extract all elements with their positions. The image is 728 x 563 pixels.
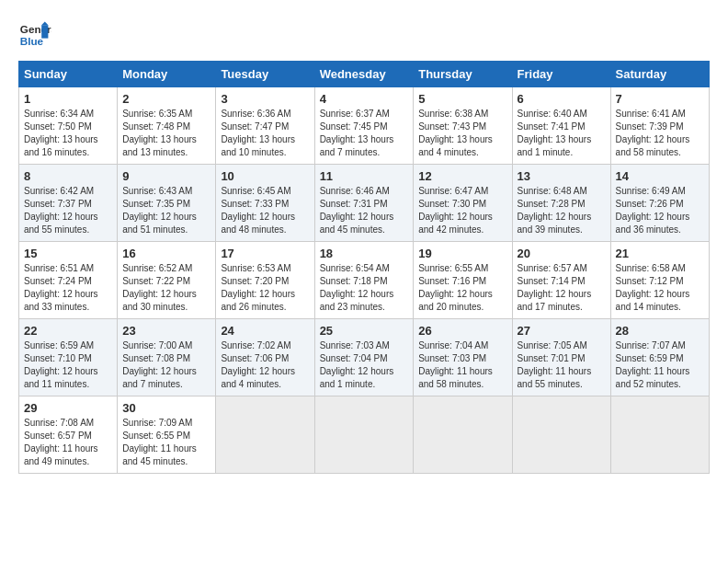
- day-info: Sunrise: 7:02 AM Sunset: 7:06 PM Dayligh…: [221, 339, 309, 391]
- day-info: Sunrise: 6:42 AM Sunset: 7:37 PM Dayligh…: [24, 185, 112, 236]
- day-number: 12: [418, 169, 506, 183]
- day-info: Sunrise: 7:09 AM Sunset: 6:55 PM Dayligh…: [122, 417, 210, 468]
- day-cell: [216, 396, 314, 474]
- day-number: 18: [320, 247, 409, 260]
- day-cell: 28Sunrise: 7:07 AM Sunset: 6:59 PM Dayli…: [610, 319, 709, 396]
- day-info: Sunrise: 6:35 AM Sunset: 7:48 PM Dayligh…: [122, 108, 210, 159]
- day-number: 7: [616, 92, 704, 106]
- day-cell: 29Sunrise: 7:08 AM Sunset: 6:57 PM Dayli…: [19, 396, 118, 474]
- day-number: 15: [24, 247, 112, 260]
- day-cell: 10Sunrise: 6:45 AM Sunset: 7:33 PM Dayli…: [216, 165, 314, 242]
- day-cell: [314, 396, 414, 474]
- day-cell: 12Sunrise: 6:47 AM Sunset: 7:30 PM Dayli…: [414, 165, 512, 242]
- week-row-5: 29Sunrise: 7:08 AM Sunset: 6:57 PM Dayli…: [19, 396, 710, 474]
- day-number: 8: [24, 169, 112, 183]
- day-number: 14: [616, 169, 704, 183]
- day-info: Sunrise: 6:40 AM Sunset: 7:41 PM Dayligh…: [518, 108, 606, 159]
- day-number: 21: [616, 247, 704, 260]
- day-number: 1: [24, 92, 112, 106]
- day-cell: 5Sunrise: 6:38 AM Sunset: 7:43 PM Daylig…: [414, 87, 512, 165]
- day-number: 17: [221, 247, 309, 260]
- day-number: 10: [221, 169, 309, 183]
- day-number: 22: [24, 324, 112, 338]
- header: General Blue: [18, 18, 710, 52]
- logo: General Blue: [18, 18, 55, 52]
- week-row-2: 8Sunrise: 6:42 AM Sunset: 7:37 PM Daylig…: [19, 165, 710, 242]
- day-number: 6: [518, 92, 606, 106]
- day-info: Sunrise: 6:58 AM Sunset: 7:12 PM Dayligh…: [616, 262, 704, 314]
- day-cell: 17Sunrise: 6:53 AM Sunset: 7:20 PM Dayli…: [216, 242, 314, 319]
- day-cell: 11Sunrise: 6:46 AM Sunset: 7:31 PM Dayli…: [314, 165, 414, 242]
- day-cell: 23Sunrise: 7:00 AM Sunset: 7:08 PM Dayli…: [118, 319, 216, 396]
- col-header-saturday: Saturday: [610, 62, 709, 87]
- day-number: 11: [320, 169, 409, 183]
- calendar-table: SundayMondayTuesdayWednesdayThursdayFrid…: [18, 61, 710, 474]
- day-cell: 14Sunrise: 6:49 AM Sunset: 7:26 PM Dayli…: [610, 165, 709, 242]
- day-cell: 9Sunrise: 6:43 AM Sunset: 7:35 PM Daylig…: [118, 165, 216, 242]
- day-info: Sunrise: 6:34 AM Sunset: 7:50 PM Dayligh…: [24, 108, 112, 159]
- day-cell: 18Sunrise: 6:54 AM Sunset: 7:18 PM Dayli…: [314, 242, 414, 319]
- day-number: 13: [518, 169, 606, 183]
- day-cell: 20Sunrise: 6:57 AM Sunset: 7:14 PM Dayli…: [512, 242, 610, 319]
- day-number: 19: [418, 247, 506, 260]
- day-info: Sunrise: 6:57 AM Sunset: 7:14 PM Dayligh…: [518, 262, 606, 314]
- day-cell: 16Sunrise: 6:52 AM Sunset: 7:22 PM Dayli…: [118, 242, 216, 319]
- day-number: 20: [518, 247, 606, 260]
- col-header-wednesday: Wednesday: [314, 62, 414, 87]
- day-cell: 25Sunrise: 7:03 AM Sunset: 7:04 PM Dayli…: [314, 319, 414, 396]
- day-cell: 3Sunrise: 6:36 AM Sunset: 7:47 PM Daylig…: [216, 87, 314, 165]
- day-cell: 8Sunrise: 6:42 AM Sunset: 7:37 PM Daylig…: [19, 165, 118, 242]
- day-number: 23: [122, 324, 210, 338]
- day-info: Sunrise: 6:45 AM Sunset: 7:33 PM Dayligh…: [221, 185, 309, 236]
- col-header-sunday: Sunday: [19, 62, 118, 87]
- day-info: Sunrise: 7:08 AM Sunset: 6:57 PM Dayligh…: [24, 417, 112, 468]
- day-cell: 21Sunrise: 6:58 AM Sunset: 7:12 PM Dayli…: [610, 242, 709, 319]
- day-info: Sunrise: 6:52 AM Sunset: 7:22 PM Dayligh…: [122, 262, 210, 314]
- col-header-tuesday: Tuesday: [216, 62, 314, 87]
- day-cell: [414, 396, 512, 474]
- day-number: 2: [122, 92, 210, 106]
- col-header-friday: Friday: [512, 62, 610, 87]
- day-number: 25: [320, 324, 409, 338]
- day-cell: 13Sunrise: 6:48 AM Sunset: 7:28 PM Dayli…: [512, 165, 610, 242]
- day-info: Sunrise: 6:38 AM Sunset: 7:43 PM Dayligh…: [418, 108, 506, 159]
- day-info: Sunrise: 7:04 AM Sunset: 7:03 PM Dayligh…: [418, 339, 506, 391]
- day-info: Sunrise: 6:37 AM Sunset: 7:45 PM Dayligh…: [320, 108, 409, 159]
- day-cell: 15Sunrise: 6:51 AM Sunset: 7:24 PM Dayli…: [19, 242, 118, 319]
- day-info: Sunrise: 6:54 AM Sunset: 7:18 PM Dayligh…: [320, 262, 409, 314]
- day-info: Sunrise: 7:05 AM Sunset: 7:01 PM Dayligh…: [518, 339, 606, 391]
- day-info: Sunrise: 6:55 AM Sunset: 7:16 PM Dayligh…: [418, 262, 506, 314]
- day-cell: 2Sunrise: 6:35 AM Sunset: 7:48 PM Daylig…: [118, 87, 216, 165]
- day-cell: 1Sunrise: 6:34 AM Sunset: 7:50 PM Daylig…: [19, 87, 118, 165]
- day-info: Sunrise: 6:36 AM Sunset: 7:47 PM Dayligh…: [221, 108, 309, 159]
- day-number: 4: [320, 92, 409, 106]
- day-cell: 19Sunrise: 6:55 AM Sunset: 7:16 PM Dayli…: [414, 242, 512, 319]
- day-info: Sunrise: 6:43 AM Sunset: 7:35 PM Dayligh…: [122, 185, 210, 236]
- day-number: 3: [221, 92, 309, 106]
- week-row-3: 15Sunrise: 6:51 AM Sunset: 7:24 PM Dayli…: [19, 242, 710, 319]
- svg-marker-2: [41, 25, 48, 38]
- day-number: 29: [24, 401, 112, 415]
- day-info: Sunrise: 7:07 AM Sunset: 6:59 PM Dayligh…: [616, 339, 704, 391]
- day-info: Sunrise: 6:48 AM Sunset: 7:28 PM Dayligh…: [518, 185, 606, 236]
- day-number: 30: [122, 401, 210, 415]
- day-info: Sunrise: 6:51 AM Sunset: 7:24 PM Dayligh…: [24, 262, 112, 314]
- day-cell: 7Sunrise: 6:41 AM Sunset: 7:39 PM Daylig…: [610, 87, 709, 165]
- day-cell: 27Sunrise: 7:05 AM Sunset: 7:01 PM Dayli…: [512, 319, 610, 396]
- day-info: Sunrise: 7:03 AM Sunset: 7:04 PM Dayligh…: [320, 339, 409, 391]
- day-cell: [512, 396, 610, 474]
- week-row-4: 22Sunrise: 6:59 AM Sunset: 7:10 PM Dayli…: [19, 319, 710, 396]
- day-number: 27: [518, 324, 606, 338]
- header-row: SundayMondayTuesdayWednesdayThursdayFrid…: [19, 62, 710, 87]
- col-header-monday: Monday: [118, 62, 216, 87]
- day-info: Sunrise: 6:47 AM Sunset: 7:30 PM Dayligh…: [418, 185, 506, 236]
- day-info: Sunrise: 6:59 AM Sunset: 7:10 PM Dayligh…: [24, 339, 112, 391]
- day-number: 16: [122, 247, 210, 260]
- day-cell: 4Sunrise: 6:37 AM Sunset: 7:45 PM Daylig…: [314, 87, 414, 165]
- logo-icon: General Blue: [18, 18, 51, 52]
- day-number: 5: [418, 92, 506, 106]
- day-cell: 30Sunrise: 7:09 AM Sunset: 6:55 PM Dayli…: [118, 396, 216, 474]
- day-info: Sunrise: 6:46 AM Sunset: 7:31 PM Dayligh…: [320, 185, 409, 236]
- day-cell: 26Sunrise: 7:04 AM Sunset: 7:03 PM Dayli…: [414, 319, 512, 396]
- day-cell: [610, 396, 709, 474]
